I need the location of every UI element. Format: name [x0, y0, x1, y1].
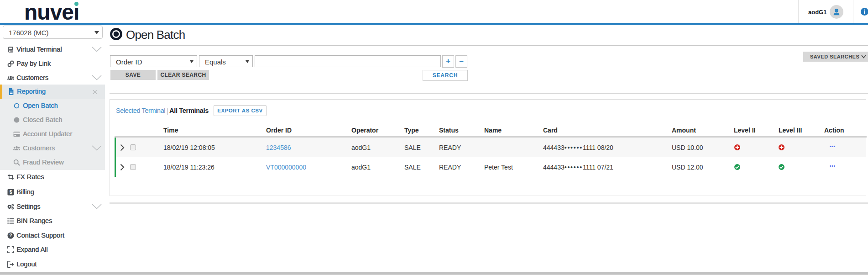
svg-text:$: $	[10, 190, 12, 195]
svg-text:?: ?	[9, 233, 12, 238]
